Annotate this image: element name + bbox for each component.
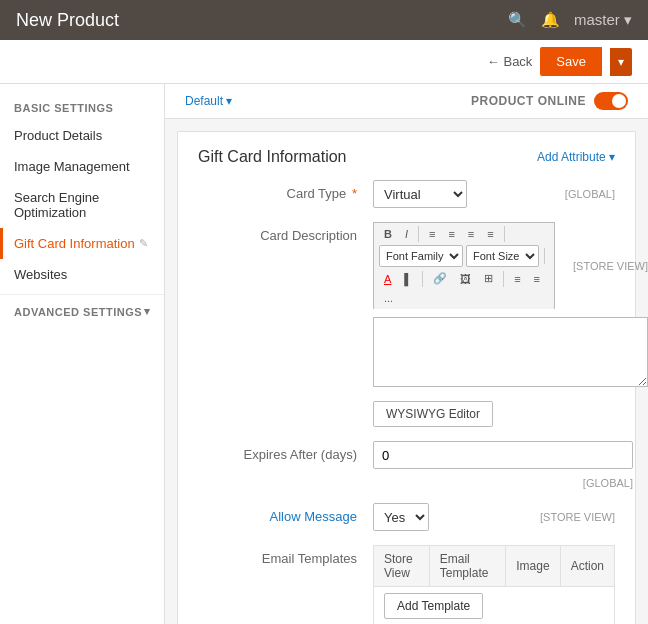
required-indicator: * — [352, 186, 357, 201]
allow-message-control: Yes No [STORE VIEW] — [373, 503, 615, 531]
top-nav: New Product 🔍 🔔 master ▾ — [0, 0, 648, 40]
user-menu[interactable]: master ▾ — [574, 11, 632, 29]
sidebar-item-gift-card-information[interactable]: Gift Card Information ✎ — [0, 228, 164, 259]
top-nav-right: 🔍 🔔 master ▾ — [508, 11, 632, 29]
allow-message-row: Allow Message Yes No [STORE VIEW] — [198, 503, 615, 531]
edit-icon: ✎ — [139, 237, 148, 250]
add-attribute-button[interactable]: Add Attribute ▾ — [537, 150, 615, 164]
email-templates-table: Store View Email Template Image Action A… — [373, 545, 615, 624]
font-size-select[interactable]: Font Size — [466, 245, 539, 267]
card-description-control: B I ≡ ≡ ≡ ≡ Font Family — [373, 222, 648, 427]
chevron-down-icon: ▾ — [144, 305, 151, 318]
more-button[interactable]: ... — [379, 290, 398, 306]
expires-after-scope: [GLOBAL] — [573, 477, 633, 489]
card-description-row: Card Description B I ≡ ≡ ≡ ≡ — [198, 222, 615, 427]
save-dropdown-button[interactable]: ▾ — [610, 48, 632, 76]
bold-button[interactable]: B — [379, 226, 397, 242]
sidebar-item-seo[interactable]: Search Engine Optimization — [0, 182, 164, 228]
section-title-row: Gift Card Information Add Attribute ▾ — [198, 148, 615, 166]
add-template-button[interactable]: Add Template — [384, 593, 483, 619]
basic-settings-label: BASIC SETTINGS — [0, 92, 164, 120]
content-header: Default ▾ PRODUCT ONLINE — [165, 84, 648, 119]
card-type-scope: [GLOBAL] — [555, 188, 615, 200]
separator4 — [422, 271, 423, 287]
search-icon[interactable]: 🔍 — [508, 11, 527, 29]
save-button[interactable]: Save — [540, 47, 602, 76]
card-type-control: Virtual Physical Combined [GLOBAL] — [373, 180, 615, 208]
allow-message-scope: [STORE VIEW] — [530, 511, 615, 523]
page-title: New Product — [16, 10, 119, 31]
email-templates-label: Email Templates — [198, 545, 373, 566]
link-button[interactable]: 🔗 — [428, 270, 452, 287]
card-type-select[interactable]: Virtual Physical Combined — [373, 180, 467, 208]
col-email-template: Email Template — [429, 546, 506, 587]
expires-after-control: [GLOBAL] — [373, 441, 633, 489]
align-right-button[interactable]: ≡ — [463, 226, 479, 242]
action-bar: ← Back Save ▾ — [0, 40, 648, 84]
col-store-view: Store View — [374, 546, 430, 587]
card-description-textarea[interactable] — [373, 317, 648, 387]
expires-after-label: Expires After (days) — [198, 441, 373, 462]
image-button[interactable]: 🖼 — [455, 271, 476, 287]
card-type-row: Card Type * Virtual Physical Combined [G… — [198, 180, 615, 208]
col-image: Image — [506, 546, 560, 587]
section-title: Gift Card Information — [198, 148, 347, 166]
col-action: Action — [560, 546, 614, 587]
font-family-select[interactable]: Font Family — [379, 245, 463, 267]
card-type-label: Card Type * — [198, 180, 373, 201]
italic-button[interactable]: I — [400, 226, 413, 242]
separator — [418, 226, 419, 242]
default-scope-button[interactable]: Default ▾ — [185, 94, 232, 108]
separator2 — [504, 226, 505, 242]
product-online-toggle[interactable] — [594, 92, 628, 110]
sidebar-item-image-management[interactable]: Image Management — [0, 151, 164, 182]
content-area: Default ▾ PRODUCT ONLINE Gift Card Infor… — [165, 84, 648, 624]
numbers-button[interactable]: ≡ — [529, 271, 545, 287]
sidebar-item-product-details[interactable]: Product Details — [0, 120, 164, 151]
wysiwyg-editor-button[interactable]: WYSIWYG Editor — [373, 401, 493, 427]
allow-message-select[interactable]: Yes No — [373, 503, 429, 531]
main-layout: BASIC SETTINGS Product Details Image Man… — [0, 84, 648, 624]
expires-after-input[interactable] — [373, 441, 633, 469]
sidebar-item-websites[interactable]: Websites — [0, 259, 164, 290]
table-button[interactable]: ⊞ — [479, 270, 498, 287]
sidebar: BASIC SETTINGS Product Details Image Man… — [0, 84, 165, 624]
product-online-toggle-row: PRODUCT ONLINE — [471, 92, 628, 110]
expires-after-row: Expires After (days) [GLOBAL] — [198, 441, 615, 489]
align-justify-button[interactable]: ≡ — [482, 226, 498, 242]
email-templates-control: Store View Email Template Image Action A… — [373, 545, 615, 624]
gift-card-section: Gift Card Information Add Attribute ▾ Ca… — [177, 131, 636, 624]
text-color-button[interactable]: A — [379, 271, 396, 287]
email-templates-row: Email Templates Store View Email Templat… — [198, 545, 615, 624]
separator3 — [544, 248, 545, 264]
align-center-button[interactable]: ≡ — [443, 226, 459, 242]
card-description-label: Card Description — [198, 222, 373, 243]
bell-icon[interactable]: 🔔 — [541, 11, 560, 29]
allow-message-label: Allow Message — [198, 503, 373, 524]
advanced-settings-toggle[interactable]: ADVANCED SETTINGS ▾ — [0, 294, 164, 328]
card-description-scope: [STORE VIEW] — [563, 260, 648, 272]
wysiwyg-toolbar: B I ≡ ≡ ≡ ≡ Font Family — [373, 222, 555, 309]
back-button[interactable]: ← Back — [487, 54, 533, 69]
align-left-button[interactable]: ≡ — [424, 226, 440, 242]
bullets-button[interactable]: ≡ — [509, 271, 525, 287]
bg-color-button[interactable]: ▌ — [399, 271, 417, 287]
separator5 — [503, 271, 504, 287]
